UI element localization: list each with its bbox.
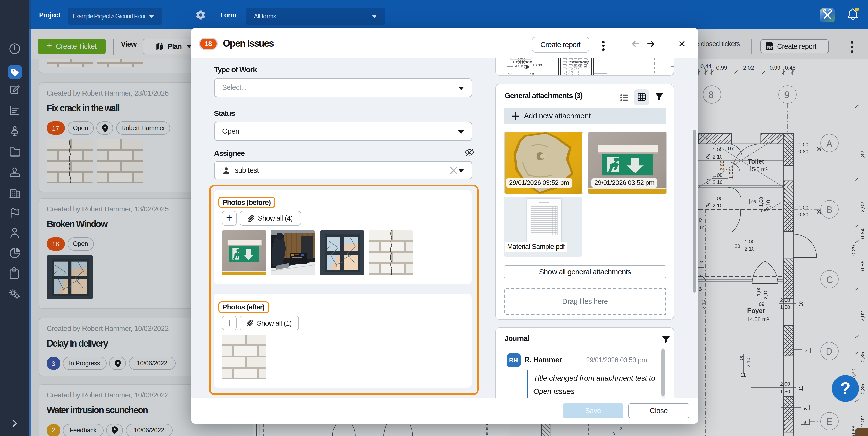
svg-text:17: 17 bbox=[508, 73, 512, 76]
svg-text:Entrance: Entrance bbox=[513, 60, 532, 63]
svg-text:15,52 m²: 15,52 m² bbox=[572, 65, 587, 68]
svg-text:18: 18 bbox=[530, 73, 534, 76]
svg-text:Stairway: Stairway bbox=[570, 60, 589, 64]
svg-text:±0.00: ±0.00 bbox=[532, 64, 541, 67]
